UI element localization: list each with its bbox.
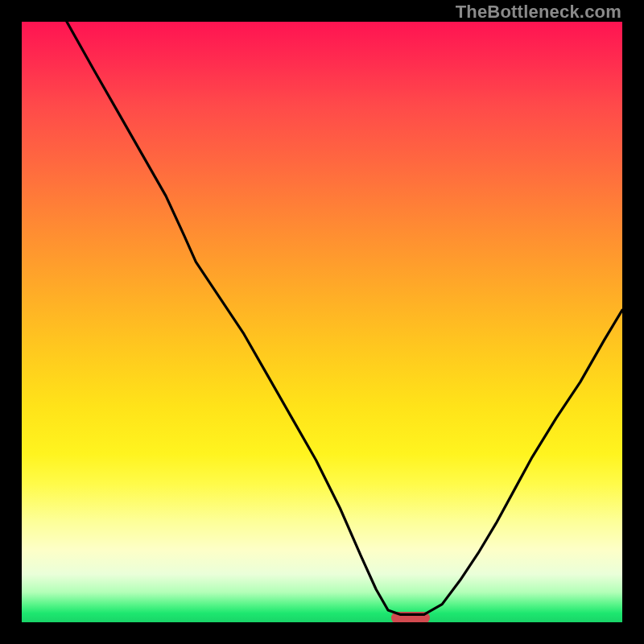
plot-area <box>22 22 622 622</box>
watermark-label: TheBottleneck.com <box>456 2 621 23</box>
chart-frame: TheBottleneck.com <box>0 0 644 644</box>
heat-gradient-background <box>22 22 622 622</box>
optimal-point-marker <box>391 612 430 622</box>
